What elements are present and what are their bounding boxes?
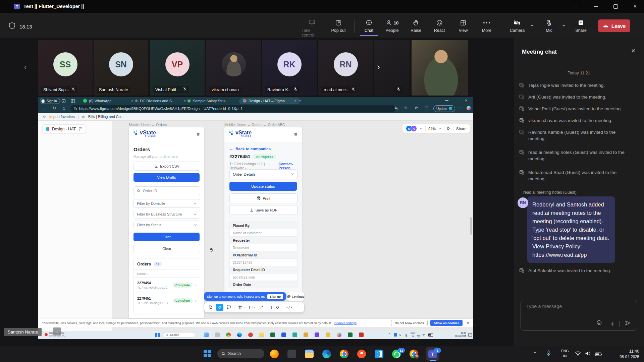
chat-message-input[interactable] [526, 303, 628, 309]
tray-battery-icon[interactable] [595, 352, 602, 358]
chevron-down-icon[interactable] [438, 128, 441, 130]
move-tool-icon[interactable] [208, 304, 213, 310]
home-icon[interactable]: ⌂ [62, 105, 65, 111]
participant-tile[interactable]: RN read.ai mee... [318, 40, 373, 96]
figma-frame-orders[interactable]: vStateFILINGS ≡ Orders Manage all your o… [129, 127, 204, 318]
frame-label[interactable]: Mobile: Home → Orders [129, 123, 167, 127]
frame-tool[interactable] [238, 305, 246, 309]
filter-status-select[interactable]: Filter by Status [133, 221, 200, 229]
browser-minimize-icon[interactable] [445, 100, 448, 101]
tab-close-icon[interactable]: × [294, 99, 297, 103]
remote-app-icon[interactable] [348, 333, 353, 337]
taskbar-app-icon[interactable] [287, 350, 296, 358]
tab-actions-icon[interactable] [61, 99, 66, 105]
taskbar-file-explorer-icon[interactable] [305, 350, 314, 358]
browser-close-icon[interactable]: × [465, 98, 468, 103]
chevron-down-icon[interactable] [420, 128, 423, 130]
browser-tab-active[interactable]: Design - UAT – Figma× [240, 98, 299, 104]
favorites-heart-icon[interactable]: ♡ [425, 106, 428, 110]
browser-tab[interactable]: ⊕ DC Divisions and Surroundings× [132, 98, 189, 104]
tray-chevron-icon[interactable]: ⌃ [533, 351, 537, 356]
emoji-icon[interactable] [596, 320, 602, 327]
remote-app-icon[interactable] [204, 333, 209, 337]
hand-tool-icon[interactable] [216, 304, 223, 311]
filter-button[interactable]: Filter [133, 233, 200, 241]
signup-button[interactable]: Sign up [267, 294, 283, 299]
taskbar-vscode-icon[interactable] [375, 350, 383, 358]
remote-tray-chevron[interactable]: ⌃ [388, 333, 391, 336]
read-aloud-icon[interactable]: A) [394, 106, 398, 110]
frame-label[interactable]: Mobile: Home → Orders → Order ABC [224, 123, 285, 127]
maximize-button[interactable] [613, 4, 618, 9]
browser-signin-button[interactable]: Sign in [40, 98, 60, 104]
order-id-search-input[interactable]: Order ID [133, 186, 200, 195]
view-drafts-button[interactable]: View Drafts [133, 173, 200, 182]
camera-dropdown-chevron[interactable] [530, 22, 534, 28]
chat-button[interactable]: Chat [358, 19, 380, 33]
filter-business-structure-select[interactable]: Filter by Business Structure [133, 210, 200, 219]
tray-language-indicator[interactable]: ENGIN [557, 349, 572, 359]
order-details-select[interactable]: Order Details [229, 169, 298, 179]
google-continue-button[interactable]: Continue [287, 292, 304, 301]
browser-tab[interactable]: X Sample Salary Structure with calc× [184, 98, 244, 104]
chat-input-box[interactable]: + [521, 300, 637, 330]
chat-bubble-avatar[interactable]: RN [518, 197, 528, 208]
remote-app-icon[interactable] [326, 333, 330, 337]
text-tool-icon[interactable]: T [270, 305, 272, 310]
deny-cookies-button[interactable]: Do not allow cookies [391, 320, 428, 326]
save-pdf-button[interactable]: Save as PDF [229, 205, 298, 215]
remote-app-icon[interactable] [359, 333, 364, 337]
remote-search-pill[interactable]: Search [163, 332, 195, 338]
refresh-icon[interactable]: ↻ [52, 106, 56, 111]
favorite-star-icon[interactable]: ☆ [404, 106, 408, 110]
participants-scroll-left-icon[interactable]: ‹ [24, 62, 27, 72]
connector-tool[interactable] [259, 305, 267, 309]
tray-volume-icon[interactable] [585, 351, 591, 357]
remote-start-icon[interactable] [155, 333, 160, 337]
participants-scroll-right-icon[interactable]: › [377, 62, 380, 72]
chat-message-bubble[interactable]: Redberyl and Santosh added read.ai meeti… [527, 196, 615, 263]
shape-tool[interactable] [249, 306, 256, 309]
titlebar-more-icon[interactable]: ⋯ [572, 3, 578, 9]
taskbar-chrome-profile-icon[interactable] [410, 350, 418, 358]
participant-tile[interactable]: SN Santosh Narate [94, 40, 148, 96]
remote-app-icon[interactable] [215, 333, 220, 337]
taskbar-edge-icon[interactable] [322, 350, 331, 358]
chat-close-icon[interactable]: × [631, 47, 635, 55]
attach-plus-icon[interactable]: + [610, 320, 614, 328]
leave-button[interactable]: Leave [598, 19, 630, 32]
update-button[interactable]: Update [433, 105, 455, 112]
remote-app-icon[interactable] [237, 333, 242, 337]
participant-tile[interactable]: RK Ravindra K... [262, 40, 317, 96]
pop-out-button[interactable]: Pop out [328, 19, 349, 33]
components-tool-icon[interactable] [276, 304, 279, 310]
url-bar[interactable]: https://www.figma.com/design/9BKQ0FOHRWa… [70, 105, 396, 112]
mic-button[interactable]: Mic [538, 19, 560, 33]
remote-lang-indicator[interactable]: ENGIN [411, 332, 415, 338]
order-row[interactable]: 2279454TL Flex Holdings LLC Complete › [134, 278, 200, 293]
copilot-icon[interactable] [467, 106, 471, 110]
export-csv-button[interactable]: Export CSV [133, 162, 200, 171]
zoom-level[interactable]: 94% [428, 127, 436, 131]
tray-mic-icon[interactable] [546, 350, 551, 358]
browser-more-icon[interactable]: ⋯ [458, 105, 462, 110]
order-row[interactable]: 2279451TL Flex Holdings LLC Complete › [134, 293, 200, 308]
figma-frame-order-detail[interactable]: vStateFILINGS ≡ ← Back to companies #227… [224, 127, 302, 294]
take-control-button[interactable]: Take control [302, 19, 323, 38]
back-link[interactable]: ← Back to companies [229, 146, 271, 151]
filter-domicile-select[interactable]: Filter by Domicile [133, 199, 200, 208]
raise-button[interactable]: Raise [405, 19, 427, 33]
react-button[interactable]: React [429, 19, 450, 33]
camera-button[interactable]: Camera [506, 19, 528, 33]
remote-app-icon[interactable] [292, 333, 297, 337]
view-button[interactable]: View [452, 19, 474, 33]
participant-tile[interactable]: VP Vishal Patil ... [150, 40, 205, 96]
taskbar-firefox-icon[interactable] [270, 350, 279, 358]
tray-wifi-icon[interactable] [575, 351, 581, 357]
taskbar-search[interactable]: Search [217, 349, 264, 358]
bookmark-link[interactable]: Bills | Billing and Co... [88, 115, 124, 119]
taskbar-chrome-icon[interactable] [340, 350, 348, 358]
collaborator-avatars[interactable]: S A [406, 125, 417, 132]
clear-button[interactable]: Clear [133, 244, 200, 253]
remote-app-icon[interactable] [248, 333, 253, 337]
